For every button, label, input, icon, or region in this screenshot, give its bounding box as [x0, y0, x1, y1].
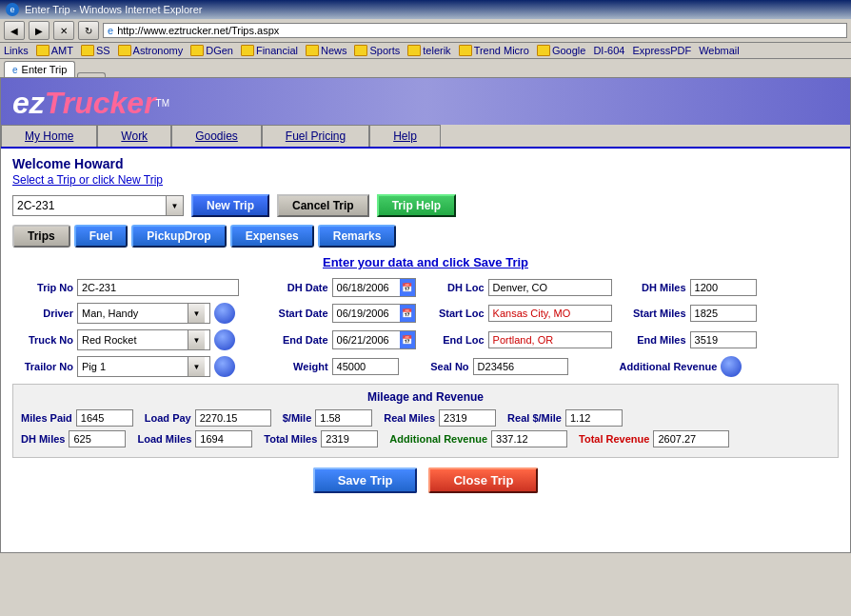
fav-sports[interactable]: Sports	[354, 45, 400, 56]
fav-expresspdf[interactable]: ExpressPDF	[632, 45, 691, 56]
nav-goodies[interactable]: Goodies	[171, 125, 262, 147]
tab-remarks[interactable]: Remarks	[318, 225, 397, 248]
dh-miles-field: DH Miles	[620, 279, 835, 296]
close-trip-button[interactable]: Close Trip	[428, 467, 538, 493]
nav-fuel-pricing[interactable]: Fuel Pricing	[262, 125, 369, 147]
dh-date-input[interactable]: 📅	[332, 278, 416, 297]
additional-revenue-label: Additional Revenue	[620, 361, 718, 372]
driver-dropdown[interactable]: ▼	[77, 303, 210, 324]
end-miles-field: End Miles	[620, 331, 835, 348]
trip-no-input[interactable]	[77, 279, 239, 296]
back-button[interactable]: ◀	[4, 21, 25, 40]
total-revenue-input[interactable]	[653, 430, 729, 447]
stop-button[interactable]: ✕	[53, 21, 74, 40]
additional-revenue-circle[interactable]	[721, 356, 742, 377]
fav-di604[interactable]: DI-604	[593, 45, 624, 56]
logo-ez: ez	[12, 86, 45, 121]
driver-dropdown-arrow[interactable]: ▼	[188, 304, 205, 323]
trailor-no-label: Trailor No	[16, 361, 73, 372]
fav-dgen[interactable]: DGen	[190, 45, 233, 56]
start-date-text[interactable]	[333, 306, 400, 321]
folder-icon	[459, 45, 472, 56]
browser-tab-enter-trip[interactable]: e Enter Trip	[4, 61, 75, 77]
real-miles-input[interactable]	[439, 409, 496, 427]
real-miles-label: Real Miles	[384, 412, 435, 424]
nav-my-home[interactable]: My Home	[1, 125, 97, 147]
end-date-text[interactable]	[333, 332, 400, 348]
trip-selector-input[interactable]	[13, 197, 166, 214]
nav-help[interactable]: Help	[369, 125, 441, 147]
cancel-trip-button[interactable]: Cancel Trip	[277, 194, 369, 217]
tab-trips[interactable]: Trips	[12, 225, 70, 248]
driver-input[interactable]	[78, 306, 188, 321]
trip-dropdown[interactable]: ▼	[12, 195, 184, 216]
browser-tab-empty[interactable]	[77, 72, 106, 77]
tab-fuel[interactable]: Fuel	[74, 225, 129, 248]
total-miles-input[interactable]	[321, 430, 378, 447]
address-bar[interactable]: e	[103, 23, 847, 38]
nav-work[interactable]: Work	[97, 125, 171, 147]
truck-dropdown[interactable]: ▼	[77, 329, 210, 350]
app-container: ez Trucker TM My Home Work Goodies Fuel …	[0, 77, 851, 553]
fav-trendmicro[interactable]: Trend Micro	[459, 45, 529, 56]
trip-dropdown-arrow[interactable]: ▼	[166, 196, 183, 215]
fav-news[interactable]: News	[306, 45, 347, 56]
fav-google[interactable]: Google	[537, 45, 585, 56]
end-date-calendar-icon[interactable]: 📅	[400, 331, 415, 348]
folder-icon	[118, 45, 131, 56]
tab-expenses[interactable]: Expenses	[230, 225, 314, 248]
seal-no-input[interactable]	[473, 358, 568, 375]
dh-miles-mileage-input[interactable]	[69, 430, 126, 447]
refresh-button[interactable]: ↻	[78, 21, 99, 40]
additional-revenue-field: Additional Revenue	[620, 356, 835, 377]
new-trip-button[interactable]: New Trip	[191, 194, 269, 217]
address-input[interactable]	[117, 25, 842, 36]
start-miles-field: Start Miles	[620, 305, 835, 322]
end-miles-input[interactable]	[690, 331, 757, 348]
fav-astronomy[interactable]: Astronomy	[118, 45, 184, 56]
folder-icon	[407, 45, 421, 56]
trailor-input[interactable]	[78, 359, 188, 374]
forward-button[interactable]: ▶	[29, 21, 49, 40]
logo-tm: TM	[156, 98, 169, 109]
form-row-2: Driver ▼ Start Date 📅	[12, 300, 839, 327]
fav-links[interactable]: Links	[4, 45, 29, 56]
dh-loc-input[interactable]	[488, 279, 612, 296]
dh-date-text[interactable]	[333, 280, 400, 295]
load-miles-input[interactable]	[195, 430, 252, 447]
real-per-mile-input[interactable]	[565, 409, 623, 427]
tab-pickupdrop[interactable]: PickupDrop	[131, 225, 226, 248]
fav-financial[interactable]: Financial	[241, 45, 298, 56]
start-loc-input[interactable]	[488, 305, 612, 322]
fav-telerik[interactable]: telerik	[407, 45, 450, 56]
end-date-input[interactable]: 📅	[332, 330, 416, 349]
real-miles-field: Real Miles	[384, 409, 496, 427]
load-pay-input[interactable]	[195, 409, 271, 427]
total-miles-label: Total Miles	[264, 433, 317, 445]
start-date-calendar-icon[interactable]: 📅	[400, 305, 415, 322]
dh-miles-input[interactable]	[690, 279, 757, 296]
trailor-dropdown[interactable]: ▼	[77, 356, 210, 377]
start-miles-input[interactable]	[690, 305, 757, 322]
mileage-row-2: DH Miles Load Miles Total Miles Addition…	[21, 430, 830, 447]
trailor-dropdown-arrow[interactable]: ▼	[188, 357, 205, 376]
truck-dropdown-arrow[interactable]: ▼	[188, 330, 205, 349]
per-mile-input[interactable]	[315, 409, 372, 427]
end-loc-input[interactable]	[488, 331, 612, 348]
start-date-input[interactable]: 📅	[332, 304, 416, 323]
end-date-field: End Date 📅 End Loc	[271, 330, 612, 349]
start-date-field: Start Date 📅 Start Loc	[271, 304, 612, 323]
trip-help-button[interactable]: Trip Help	[377, 194, 456, 217]
fav-amt[interactable]: AMT	[36, 45, 73, 56]
additional-revenue-mileage-input[interactable]	[491, 430, 567, 447]
truck-input[interactable]	[78, 332, 188, 348]
miles-paid-input[interactable]	[76, 409, 133, 427]
fav-ss[interactable]: SS	[81, 45, 110, 56]
fav-webmail[interactable]: Webmail	[699, 45, 740, 56]
save-trip-button[interactable]: Save Trip	[313, 467, 418, 493]
favorites-bar: Links AMT SS Astronomy DGen Financial Ne…	[0, 43, 851, 59]
weight-input[interactable]	[332, 358, 399, 375]
real-per-mile-field: Real $/Mile	[507, 409, 623, 427]
nav-menu: My Home Work Goodies Fuel Pricing Help	[1, 125, 850, 149]
dh-date-calendar-icon[interactable]: 📅	[400, 279, 415, 296]
